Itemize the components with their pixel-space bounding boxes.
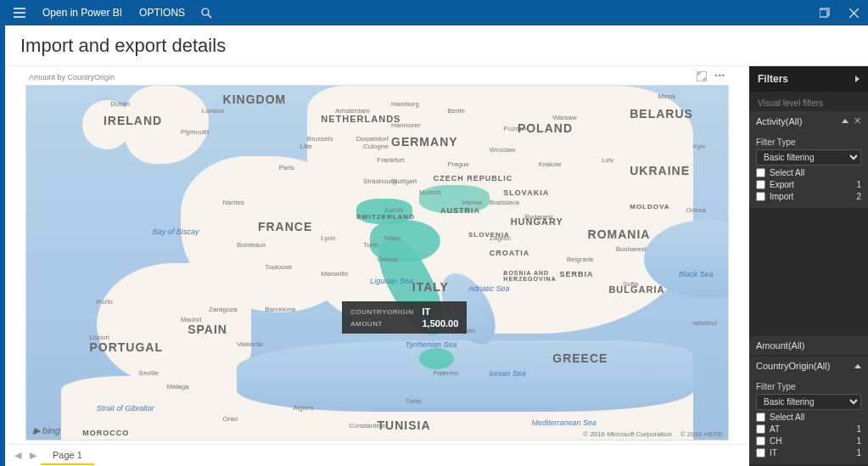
filter-activity-import[interactable]: Import — [756, 192, 793, 201]
filter-card-country-header[interactable]: CountryOrigin(All) — [749, 357, 868, 375]
filters-header[interactable]: Filters — [749, 66, 868, 92]
city-barcelona: Barcelona — [265, 306, 295, 313]
city-nantes: Nantes — [223, 199, 244, 206]
highlight-it-sicily[interactable] — [419, 348, 454, 369]
city-genoa: Genoa — [378, 255, 398, 263]
filter-card-amount: Amount(All) — [749, 336, 868, 355]
map-tooltip: COUNTRYORIGIN IT AMOUNT 1,500.00 — [342, 301, 467, 334]
sea-black: Black Sea — [679, 270, 714, 278]
label-italy: ITALY — [412, 280, 449, 294]
next-page-button[interactable]: ▶ — [25, 448, 41, 463]
city-bratislava: Bratislava — [490, 199, 519, 206]
tooltip-field2-value: 1,500.00 — [423, 318, 459, 328]
city-oran: Oran — [223, 415, 238, 423]
filter-activity-export[interactable]: Export — [756, 180, 794, 189]
restore-window-button[interactable] — [810, 0, 839, 25]
filter-activity-selectall[interactable]: Select All — [756, 168, 804, 177]
label-kingdom: KINGDOM — [223, 93, 287, 106]
filter-country-ch[interactable]: CH — [756, 436, 781, 446]
city-kyiv: Kyiv — [693, 143, 706, 150]
prev-page-button[interactable]: ◀ — [10, 448, 25, 463]
label-greece: GREECE — [552, 351, 608, 365]
label-croatia: CROATIA — [490, 249, 529, 257]
city-odesa: Odesa — [686, 206, 706, 214]
map-attribution: © 2016 Microsoft Corporation© 2016 HERE — [583, 430, 723, 438]
filter-card-activity: Activity(All) ✕ Filter Type Basic filter… — [749, 111, 868, 208]
city-toulouse: Toulouse — [265, 263, 292, 271]
city-valencia: Valencia — [237, 340, 262, 348]
svg-rect-6 — [820, 9, 827, 17]
close-window-button[interactable] — [839, 0, 868, 25]
filter-country-selectall[interactable]: Select All — [756, 413, 804, 422]
label-slovakia: SLOVAKIA — [503, 188, 549, 197]
city-bordeaux: Bordeaux — [237, 241, 266, 249]
label-portugal: PORTUGAL — [89, 340, 163, 354]
label-spain: SPAIN — [188, 323, 227, 336]
city-dusseldorf: Dusseldorf — [356, 135, 389, 143]
city-strasbourg: Strasbourg — [363, 177, 396, 185]
options-link[interactable]: OPTIONS — [131, 7, 193, 19]
label-germany: GERMANY — [391, 135, 458, 149]
city-dublin: Dublin — [110, 100, 130, 108]
filter-type-select-country[interactable]: Basic filtering — [756, 394, 861, 410]
city-milan: Milan — [384, 234, 400, 242]
open-in-powerbi-link[interactable]: Open in Power BI — [34, 7, 131, 19]
filter-country-at[interactable]: AT — [756, 424, 780, 434]
report-canvas: Amount by CountryOrigin ••• — [5, 66, 749, 466]
city-cologne: Cologne — [363, 143, 389, 150]
city-munich: Munich — [419, 188, 441, 196]
filter-type-select-activity[interactable]: Basic filtering — [756, 149, 861, 166]
city-lille: Lille — [300, 143, 312, 150]
visual-title: Amount by CountryOrigin — [29, 73, 115, 81]
city-budapest: Budapest — [524, 213, 553, 221]
city-krakow: Krakow — [539, 160, 562, 168]
label-switzerland: SWITZERLAND — [356, 213, 415, 221]
city-london: London — [202, 107, 225, 115]
city-zagreb: Zagreb — [490, 234, 511, 242]
city-algiers: Algiers — [293, 404, 313, 412]
city-poznan: Poznan — [503, 125, 526, 132]
label-france: FRANCE — [258, 220, 312, 233]
filters-header-label: Filters — [758, 73, 788, 85]
sea-ionian: Ionian Sea — [490, 369, 526, 378]
city-minsk: Minsk — [658, 93, 675, 100]
bing-logo: ▶ bing — [33, 425, 60, 436]
svg-line-4 — [208, 14, 211, 18]
city-plymouth: Plymouth — [181, 128, 209, 136]
label-ukraine: UKRAINE — [630, 164, 690, 177]
filter-type-label: Filter Type — [756, 138, 861, 147]
city-turin: Turin — [363, 241, 378, 249]
tooltip-field1-value: IT — [423, 306, 459, 317]
city-porto: Porto — [97, 298, 113, 306]
filter-country-it[interactable]: IT — [756, 448, 777, 458]
city-lviv: Lviv — [602, 156, 613, 164]
svg-point-3 — [202, 8, 209, 15]
city-constantine: Constantine — [349, 422, 385, 430]
label-belarus: BELARUS — [630, 107, 693, 121]
focus-mode-icon[interactable] — [697, 71, 707, 83]
filters-pane: Filters Visual level filters Activity(Al… — [749, 66, 868, 466]
city-zurich: Zurich — [384, 206, 403, 214]
filter-card-activity-header[interactable]: Activity(All) ✕ — [749, 111, 868, 131]
more-options-icon[interactable]: ••• — [715, 71, 725, 83]
page-tab-1[interactable]: Page 1 — [41, 446, 94, 465]
clear-filter-icon[interactable]: ✕ — [854, 115, 861, 126]
city-prague: Prague — [447, 160, 469, 168]
city-vienna: Vienna — [462, 199, 483, 206]
search-button[interactable] — [193, 8, 219, 19]
city-frankfurt: Frankfurt — [378, 156, 405, 164]
map-visual[interactable]: KINGDOM IRELAND NETHERLANDS GERMANY POLA… — [25, 85, 729, 441]
filter-card-country: CountryOrigin(All) Filter Type Basic fil… — [749, 357, 868, 464]
city-berlin: Berlin — [447, 107, 464, 115]
sea-ligurian: Ligurian Sea — [370, 277, 413, 285]
city-lyon: Lyon — [321, 234, 335, 242]
page-title: Import and export details — [5, 25, 868, 66]
city-warsaw: Warsaw — [552, 114, 577, 121]
sea-med: Mediterranean Sea — [531, 418, 596, 427]
app-window: Open in Power BI OPTIONS Import and expo… — [0, 0, 868, 466]
hamburger-button[interactable] — [5, 0, 34, 25]
filter-card-amount-header[interactable]: Amount(All) — [749, 336, 868, 355]
filter-type-label-country: Filter Type — [756, 382, 861, 391]
sea-adriatic: Adriatic Sea — [468, 284, 510, 293]
tooltip-field2-label: AMOUNT — [350, 320, 413, 328]
